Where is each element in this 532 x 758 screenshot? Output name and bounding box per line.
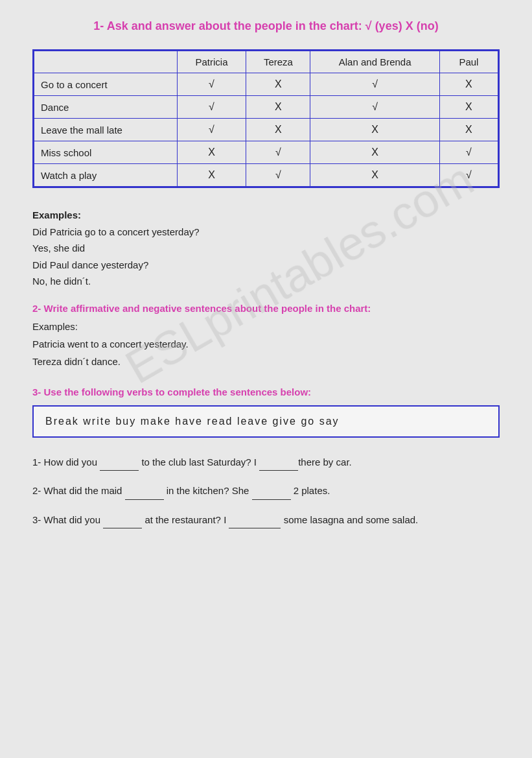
row-label-school: Miss school <box>34 141 178 164</box>
sentence-2-text2: in the kitchen? She <box>164 485 252 496</box>
blank-2b[interactable] <box>252 482 291 500</box>
activity-table: Patricia Tereza Alan and Brenda Paul Go … <box>34 51 498 187</box>
section2-body: Examples: Patricia went to a concert yes… <box>32 318 500 370</box>
sentence-1: 1- How did you to the club last Saturday… <box>32 454 500 471</box>
row-label-dance: Dance <box>34 96 178 119</box>
header-tereza: Tereza <box>246 51 310 73</box>
cell-patricia-play: X <box>177 164 246 187</box>
header-paul: Paul <box>439 51 498 73</box>
section2-line-2: Tereza didn´t dance. <box>32 356 121 367</box>
row-label-concert: Go to a concert <box>34 73 178 96</box>
sentence-2-text1: 2- What did the maid <box>32 485 125 496</box>
header-patricia: Patricia <box>177 51 246 73</box>
table-row: Go to a concert √ X √ X <box>34 73 498 96</box>
cell-patricia-dance: √ <box>177 96 246 119</box>
cell-tereza-school: √ <box>246 141 310 164</box>
section3-title: 3- Use the following verbs to complete t… <box>32 386 500 397</box>
table-header-row: Patricia Tereza Alan and Brenda Paul <box>34 51 498 73</box>
header-empty <box>34 51 178 73</box>
cell-paul-play: √ <box>439 164 498 187</box>
example-line-2: Yes, she did <box>32 243 85 254</box>
section1-title: 1- Ask and answer about the people in th… <box>32 19 500 33</box>
blank-1b[interactable] <box>259 454 298 471</box>
example-line-1: Did Patricia go to a concert yesterday? <box>32 226 200 237</box>
header-alan-brenda: Alan and Brenda <box>310 51 439 73</box>
sentence-2-text3: 2 plates. <box>291 485 330 496</box>
table-row: Watch a play X √ X √ <box>34 164 498 187</box>
row-label-play: Watch a play <box>34 164 178 187</box>
chart-table-container: Patricia Tereza Alan and Brenda Paul Go … <box>32 49 500 188</box>
cell-paul-concert: X <box>439 73 498 96</box>
cell-patricia-school: X <box>177 141 246 164</box>
cell-tereza-play: √ <box>246 164 310 187</box>
table-row: Leave the mall late √ X X X <box>34 119 498 141</box>
section2-line-1: Patricia went to a concert yesterday. <box>32 338 189 349</box>
section2-title: 2- Write affirmative and negative senten… <box>32 303 500 314</box>
section2-container: 2- Write affirmative and negative senten… <box>32 303 500 370</box>
cell-alan-mall: X <box>310 119 439 141</box>
cell-alan-school: X <box>310 141 439 164</box>
sentence-3: 3- What did you at the restaurant? I som… <box>32 512 500 529</box>
example-line-3: Did Paul dance yesterday? <box>32 259 148 270</box>
sentence-3-text3: some lasagna and some salad. <box>281 514 418 525</box>
sentence-2: 2- What did the maid in the kitchen? She… <box>32 482 500 500</box>
cell-paul-dance: X <box>439 96 498 119</box>
cell-patricia-concert: √ <box>177 73 246 96</box>
blank-2a[interactable] <box>125 482 164 500</box>
sentence-1-text2: to the club last Saturday? I <box>139 456 259 468</box>
blank-1a[interactable] <box>100 454 139 471</box>
section1-examples: Examples: Did Patricia go to a concert y… <box>32 207 500 290</box>
examples-label: Examples: <box>32 209 81 220</box>
section2-examples-label: Examples: <box>32 321 78 332</box>
cell-patricia-mall: √ <box>177 119 246 141</box>
table-row: Miss school X √ X √ <box>34 141 498 164</box>
sentence-3-text1: 3- What did you <box>32 514 103 525</box>
cell-alan-concert: √ <box>310 73 439 96</box>
table-row: Dance √ X √ X <box>34 96 498 119</box>
cell-paul-school: √ <box>439 141 498 164</box>
blank-3a[interactable] <box>103 512 142 529</box>
verbs-box: Break write buy make have read leave giv… <box>32 405 500 438</box>
blank-3b[interactable] <box>229 512 281 529</box>
cell-tereza-dance: X <box>246 96 310 119</box>
cell-alan-play: X <box>310 164 439 187</box>
example-line-4: No, he didn´t. <box>32 276 91 287</box>
cell-tereza-mall: X <box>246 119 310 141</box>
sentence-1-text1: 1- How did you <box>32 456 100 468</box>
cell-alan-dance: √ <box>310 96 439 119</box>
cell-paul-mall: X <box>439 119 498 141</box>
sentence-1-text3: there by car. <box>298 456 352 468</box>
row-label-mall: Leave the mall late <box>34 119 178 141</box>
section3-container: 3- Use the following verbs to complete t… <box>32 386 500 529</box>
sentence-3-text2: at the restaurant? I <box>142 514 229 525</box>
cell-tereza-concert: X <box>246 73 310 96</box>
